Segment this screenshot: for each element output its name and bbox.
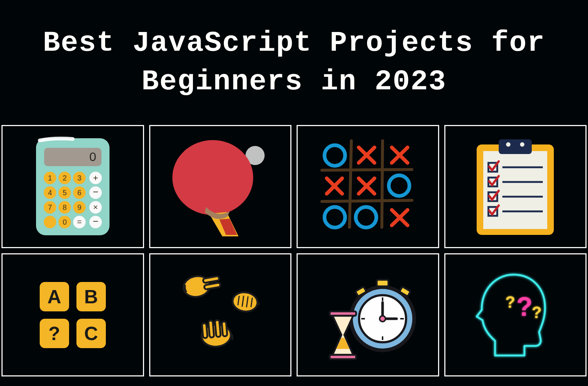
calculator-icon: 0 1 2 3 + 4 5 6 − 7 8 9 × 0 =: [32, 135, 113, 238]
svg-rect-72: [202, 323, 208, 338]
svg-rect-56: [499, 139, 532, 154]
ping-pong-icon: [165, 133, 275, 240]
svg-rect-75: [222, 321, 227, 336]
project-card-todo: [444, 125, 587, 248]
word-guess-tile: B: [76, 282, 106, 311]
word-guess-tile: C: [76, 319, 106, 348]
rock-paper-scissors-icon: [169, 267, 272, 363]
svg-text:=: =: [77, 217, 82, 226]
svg-point-41: [389, 175, 409, 196]
project-card-calculator: 0 1 2 3 + 4 5 6 − 7 8 9 × 0 =: [1, 125, 144, 248]
svg-point-43: [356, 207, 376, 228]
svg-rect-68: [203, 276, 219, 283]
word-guess-icon: A B ? C: [40, 282, 106, 348]
svg-text:0: 0: [89, 150, 96, 164]
svg-text:5: 5: [62, 189, 67, 197]
svg-text:−: −: [93, 186, 98, 197]
svg-text:8: 8: [62, 203, 67, 211]
svg-point-27: [44, 216, 56, 228]
svg-text:3: 3: [77, 174, 81, 182]
svg-point-42: [325, 207, 345, 228]
svg-text:2: 2: [62, 174, 67, 182]
svg-text:×: ×: [93, 203, 98, 212]
svg-text:?: ?: [505, 293, 515, 311]
svg-text:−: −: [93, 216, 98, 227]
word-guess-tile: A: [40, 282, 69, 311]
svg-text:0: 0: [62, 218, 67, 226]
svg-point-40: [325, 145, 345, 166]
svg-text:?: ?: [532, 303, 542, 321]
project-card-quiz: ? ? ?: [444, 253, 587, 376]
svg-text:1: 1: [48, 174, 52, 182]
svg-text:9: 9: [77, 203, 81, 211]
svg-point-87: [380, 316, 386, 322]
svg-point-58: [520, 142, 524, 147]
svg-text:?: ?: [516, 292, 533, 321]
project-card-rps: [149, 253, 292, 376]
header: Best JavaScript Projects for Beginners i…: [0, 0, 588, 125]
svg-point-70: [232, 290, 259, 313]
project-grid: 0 1 2 3 + 4 5 6 − 7 8 9 × 0 =: [0, 125, 588, 378]
svg-rect-73: [208, 320, 214, 337]
word-guess-tile: ?: [40, 319, 69, 348]
svg-point-35: [172, 140, 253, 215]
svg-point-57: [506, 142, 510, 147]
svg-line-36: [349, 141, 351, 227]
tic-tac-toe-icon: [316, 137, 419, 236]
quiz-neon-icon: ? ? ?: [469, 267, 561, 363]
project-card-pong: [149, 125, 292, 248]
clipboard-icon: [473, 137, 557, 236]
project-card-word-guess: A B ? C: [1, 253, 144, 376]
svg-rect-78: [377, 280, 388, 286]
project-card-tictactoe: [297, 125, 439, 248]
svg-rect-74: [215, 319, 221, 337]
svg-text:4: 4: [48, 189, 52, 197]
svg-line-37: [382, 141, 383, 227]
svg-line-38: [322, 169, 412, 170]
svg-text:6: 6: [77, 189, 81, 197]
timer-icon: [316, 267, 419, 363]
page-title: Best JavaScript Projects for Beginners i…: [18, 24, 570, 101]
svg-text:7: 7: [48, 203, 52, 211]
svg-text:+: +: [93, 173, 98, 183]
svg-line-39: [322, 200, 412, 201]
project-card-timer: [297, 253, 439, 376]
